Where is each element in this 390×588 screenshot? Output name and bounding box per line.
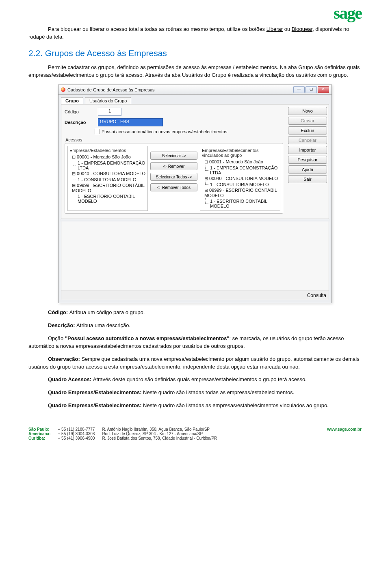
btn-excluir[interactable]: Excluir [288,126,327,135]
para-quadro-emp2: Quadro Empresas/Estabelecimentos: Neste … [28,402,362,410]
tab-usuarios[interactable]: Usuários do Grupo [85,97,131,104]
window-icon [61,87,65,92]
btn-pesquisar[interactable]: Pesquisar [288,156,327,164]
para-quadro-acessos: Quadro Acessos: Através deste quadro são… [28,376,362,384]
label-codigo: Código [65,109,94,114]
tree-child[interactable]: 1 - ESCRITORIO CONTABIL MODELO [69,193,146,204]
field-descricao[interactable]: GRUPO - EBS [98,118,163,126]
close-button[interactable]: ✕ [318,86,329,93]
tree-child[interactable]: 1 - EMPRESA DEMONSTRAÇÃO LTDA [202,165,278,176]
btn-importar[interactable]: Importar [288,146,327,154]
btn-remover[interactable]: <- Remover [150,162,197,170]
btn-ajuda[interactable]: Ajuda [288,165,327,174]
tree-node[interactable]: 09999 - ESCRITÓRIO CONTÁBIL MODELO [69,182,146,193]
maximize-button[interactable]: ▢ [306,86,317,93]
fieldset-legend: Acessos [65,137,283,142]
para-descricao: Descrição: Atribua uma descrição. [28,322,362,330]
checkbox-auto-acesso[interactable] [95,129,100,134]
tab-grupo[interactable]: Grupo [61,97,83,104]
tree-child[interactable]: 1 - ESCRITORIO CONTABIL MODELO [202,198,278,209]
label-descricao: Descrição [65,120,94,125]
tree-empresas-header: Empresas/Estabelecimentos [69,148,146,153]
tree-node[interactable]: 00001 - Mercado São João [69,154,146,160]
tree-vinculados-header: Empresas/Estabelecimentos vinculados ao … [202,148,278,158]
btn-selecionar-todos[interactable]: Selecionar Todos -> [150,173,197,181]
btn-sair[interactable]: Sair [288,175,327,183]
screenshot-window: Cadastro de Grupo de Acesso às Empresas … [58,85,332,303]
btn-novo[interactable]: Novo [288,107,327,115]
btn-gravar[interactable]: Gravar [288,117,327,125]
window-title: Cadastro de Grupo de Acesso às Empresas [67,87,155,92]
para-obs: Observação: Sempre que cadastrada uma no… [28,356,362,371]
tree-node[interactable]: 00001 - Mercado São João [202,159,278,165]
section-heading: 2.2. Grupos de Acesso às Empresas [28,48,362,58]
para-quadro-emp1: Quadro Empresas/Estabelecimentos: Neste … [28,389,362,397]
tree-node[interactable]: 09999 - ESCRITÓRIO CONTÁBIL MODELO [202,187,278,198]
tree-node[interactable]: 00040 - CONSULTORIA MODELO [69,171,146,177]
tree-child[interactable]: 1 - CONSULTORIA MODELO [202,182,278,187]
tree-empresas[interactable]: Empresas/Estabelecimentos 00001 - Mercad… [67,146,148,211]
tree-vinculados[interactable]: Empresas/Estabelecimentos vinculados ao … [200,146,280,211]
tree-child[interactable]: 1 - EMPRESA DEMONSTRAÇÃO LTDA [69,160,146,171]
page-footer: São Paulo: Americana: Curitiba: + 55 (11… [0,423,390,449]
minimize-button[interactable]: — [293,86,305,93]
field-codigo[interactable]: 1 [98,108,121,116]
sage-logo: sage [334,3,362,23]
para-1: Para bloquear ou liberar o acesso total … [28,26,362,41]
para-2: Permite cadastrar os grupos, definindo a… [28,64,362,79]
window-titlebar: Cadastro de Grupo de Acesso às Empresas … [58,85,332,95]
label-auto-acesso: Possui acesso automático a novas empresa… [102,129,227,134]
tree-node[interactable]: 00040 - CONSULTORIA MODELO [202,176,278,182]
para-codigo: Código: Atribua um código para o grupo. [28,309,362,317]
status-bar: Consulta [61,291,329,300]
btn-cancelar[interactable]: Cancelar [288,136,327,144]
para-opcao: Opção "Possui acesso automático a novas … [28,335,362,350]
btn-selecionar[interactable]: Selecionar -> [150,152,197,160]
tree-child[interactable]: 1 - CONSULTORIA MODELO [69,177,146,182]
btn-remover-todos[interactable]: <- Remover Todos [150,183,197,191]
